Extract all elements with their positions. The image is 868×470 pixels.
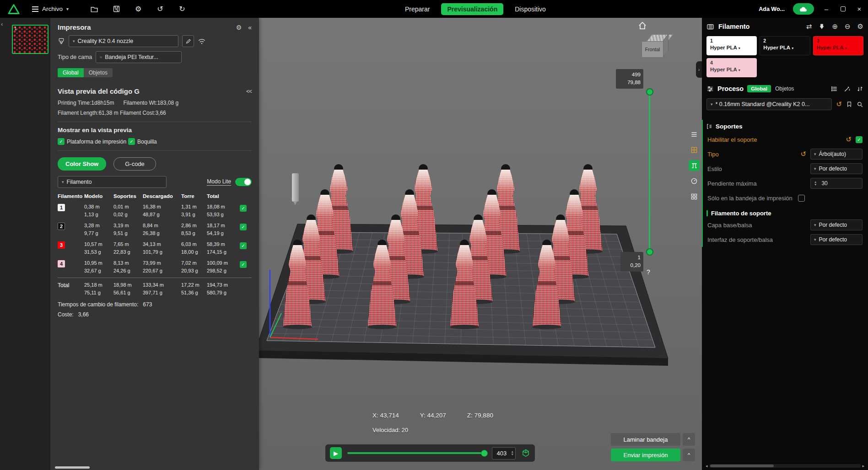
max-slope-stepper[interactable]: ▲▼ <box>814 181 818 187</box>
collapse-printer-panel-button[interactable]: « <box>248 24 252 31</box>
interface-filament-select[interactable]: ▾ Por defecto <box>810 234 863 245</box>
tab-dispositivo[interactable]: Dispositivo <box>509 3 552 15</box>
close-button[interactable]: × <box>855 5 863 13</box>
layer-slider-bottom-handle[interactable] <box>646 248 653 256</box>
others-category-icon[interactable] <box>689 191 700 202</box>
tab-preparar[interactable]: Preparar <box>399 3 436 15</box>
printer-settings-gear-icon[interactable]: ⚙ <box>236 24 242 31</box>
minimize-button[interactable]: – <box>822 5 830 13</box>
model-figurine[interactable] <box>528 239 566 329</box>
view-cube-front-face[interactable]: Frontal <box>642 41 663 58</box>
row-visible-checkbox[interactable]: ✓ <box>240 242 247 249</box>
reset-profile-icon[interactable]: ↺ <box>836 100 842 108</box>
only-buildplate-checkbox[interactable] <box>798 195 805 202</box>
lite-mode-toggle[interactable] <box>235 178 252 186</box>
platform-checkbox[interactable]: ✓ <box>58 138 65 145</box>
frame-stepper[interactable]: ▲▼ <box>511 450 515 456</box>
gcode-button[interactable]: G-code <box>113 157 156 171</box>
tab-process-global[interactable]: Global <box>747 85 771 92</box>
edit-printer-button[interactable] <box>182 35 194 47</box>
collapse-plate-list-icon[interactable]: ‹ <box>1 21 3 27</box>
model-figurine[interactable] <box>363 239 401 329</box>
scrollbar-thumb[interactable] <box>710 465 774 467</box>
model-figurine[interactable] <box>445 239 484 329</box>
redo-button[interactable]: ↻ <box>178 5 187 14</box>
tab-objects[interactable]: Objetos <box>84 68 113 77</box>
wifi-icon[interactable] <box>198 38 206 45</box>
filament-slot-2[interactable]: 2Hyper PLA▾ <box>760 36 810 55</box>
remove-filament-button[interactable]: ⊖ <box>845 22 851 31</box>
send-print-button[interactable]: Enviar impresión <box>611 449 680 461</box>
color-show-button[interactable]: Color Show <box>58 157 106 171</box>
enable-support-checkbox[interactable]: ✓ <box>856 136 863 143</box>
support-type-select[interactable]: ▾ Árbol(auto) <box>810 149 863 160</box>
cloud-sync-button[interactable] <box>793 3 814 15</box>
nozzle-checkbox-item[interactable]: ✓ Boquilla <box>128 138 157 145</box>
add-filament-button[interactable]: ⊕ <box>832 22 838 31</box>
row-visible-checkbox[interactable]: ✓ <box>240 261 247 268</box>
user-name[interactable]: Ada Wo... <box>759 6 785 12</box>
platform-checkbox-item[interactable]: ✓ Plataforma de impresión <box>58 138 126 145</box>
right-panel-scrollbar[interactable]: ◂ ▸ <box>706 463 864 469</box>
row-visible-checkbox-cell[interactable]: ✓ <box>240 257 252 276</box>
undo-button[interactable]: ↺ <box>156 5 165 14</box>
quality-category-icon[interactable] <box>689 129 700 140</box>
view-cube[interactable]: Frontal <box>642 34 669 61</box>
frame-number-input[interactable]: 403 ▲▼ <box>492 447 516 459</box>
print-options-caret-button[interactable]: ^ <box>683 449 695 461</box>
layer-slider-track[interactable] <box>649 91 650 251</box>
raft-filament-select[interactable]: ▾ Por defecto <box>810 219 863 230</box>
filament-slot-4[interactable]: 4Hyper PLA▾ <box>706 58 757 77</box>
scrollbar-track[interactable] <box>709 464 861 468</box>
speed-category-icon[interactable] <box>689 176 700 187</box>
wand-icon[interactable] <box>844 85 851 92</box>
left-panel-scrollbar[interactable] <box>55 466 90 469</box>
extruder-icon[interactable] <box>819 23 825 30</box>
maximize-button[interactable] <box>839 5 847 13</box>
reset-support-type-icon[interactable]: ↺ <box>800 150 806 158</box>
collapse-gcode-panel-button[interactable]: << <box>246 88 252 95</box>
process-profile-select[interactable]: ▾ * 0.16mm Standard @Creality K2 0... <box>706 98 832 110</box>
collapse-right-panel-button[interactable]: › <box>696 61 702 78</box>
play-button[interactable]: ▶ <box>330 447 342 459</box>
nozzle-checkbox[interactable]: ✓ <box>128 138 135 145</box>
scroll-left-arrow-icon[interactable]: ◂ <box>706 464 708 468</box>
filament-settings-gear-icon[interactable]: ⚙ <box>857 22 863 31</box>
printer-select[interactable]: ▾ Creality K2 0.4 nozzle <box>69 35 178 47</box>
max-slope-input[interactable]: ▲▼ 30 <box>810 178 863 189</box>
row-visible-checkbox-cell[interactable]: ✓ <box>240 219 252 238</box>
tab-global[interactable]: Global <box>58 68 84 77</box>
search-params-icon[interactable] <box>857 101 863 108</box>
slice-plate-button[interactable]: Laminar bandeja <box>611 433 680 446</box>
param-list-icon[interactable] <box>831 85 838 92</box>
tab-previsualización[interactable]: Previsualización <box>441 3 503 15</box>
reset-enable-support-icon[interactable]: ↺ <box>846 135 852 144</box>
plate-thumbnail[interactable]: 1 <box>12 25 49 54</box>
legend-filter-select[interactable]: ▾ Filamento <box>58 176 167 188</box>
row-visible-checkbox[interactable]: ✓ <box>240 224 247 230</box>
home-view-button[interactable] <box>637 21 647 31</box>
save-profile-icon[interactable] <box>846 101 852 107</box>
strength-category-icon[interactable] <box>689 144 700 155</box>
row-visible-checkbox[interactable]: ✓ <box>240 205 247 212</box>
row-visible-checkbox-cell[interactable]: ✓ <box>240 238 252 257</box>
support-category-icon[interactable] <box>689 160 700 171</box>
filament-slot-1[interactable]: 1Hyper PLA▾ <box>706 36 757 55</box>
settings-gear-icon[interactable]: ⚙ <box>134 5 143 14</box>
layer-cube-icon[interactable] <box>521 449 530 458</box>
slider-help-icon[interactable]: ? <box>647 268 650 276</box>
row-visible-checkbox-cell[interactable]: ✓ <box>240 201 252 219</box>
frame-slider-knob[interactable] <box>481 450 488 457</box>
slice-options-caret-button[interactable]: ^ <box>683 433 695 446</box>
support-style-select[interactable]: ▾ Por defecto <box>810 163 863 174</box>
scroll-right-arrow-icon[interactable]: ▸ <box>862 464 864 468</box>
open-folder-button[interactable] <box>90 5 99 14</box>
sort-icon[interactable] <box>857 85 863 92</box>
frame-slider[interactable] <box>347 452 486 454</box>
sync-filament-icon[interactable]: ⇄ <box>806 22 812 31</box>
file-menu[interactable]: Archivo ▾ <box>32 5 69 12</box>
layer-slider-top-handle[interactable] <box>646 88 653 96</box>
creality-logo[interactable] <box>7 4 20 15</box>
filament-slot-3[interactable]: 3Hyper PLA▾ <box>813 36 863 55</box>
model-figurine[interactable] <box>278 239 317 329</box>
